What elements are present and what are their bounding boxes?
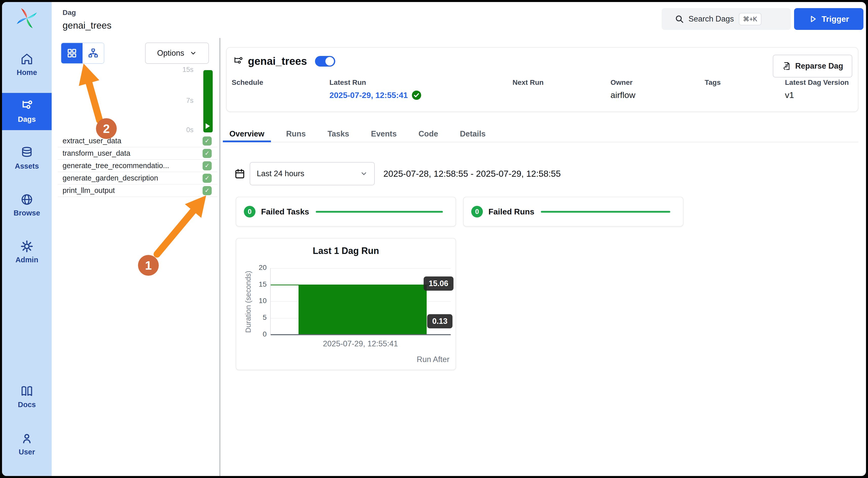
task-row[interactable]: print_llm_output ✓ — [58, 185, 217, 197]
graph-view-button[interactable] — [83, 43, 104, 63]
sidebar-item-label: Browse — [14, 209, 40, 217]
task-name: generate_tree_recommendatio... — [58, 162, 169, 170]
play-marker-icon — [206, 123, 210, 129]
sidebar-item-admin[interactable]: Admin — [2, 233, 52, 270]
sidebar-nav: Home Dags Assets Browse Admin — [2, 46, 52, 378]
task-success-check-icon[interactable]: ✓ — [203, 161, 212, 170]
tab-overview[interactable]: Overview — [223, 126, 271, 142]
sidebar-item-label: Assets — [15, 162, 39, 170]
grid-view-button[interactable] — [61, 43, 83, 63]
task-row[interactable]: extract_user_data ✓ — [58, 135, 217, 147]
play-icon — [808, 15, 817, 23]
field-label-owner: Owner — [611, 78, 632, 87]
task-success-check-icon[interactable]: ✓ — [203, 136, 212, 146]
chart-ytick: 15 — [250, 280, 267, 288]
annotation-badge-1 — [138, 255, 159, 276]
chart-plot-area: 15.06 0.13 — [270, 268, 451, 335]
chevron-down-icon — [190, 50, 197, 57]
chart-xtick: 2025-07-29, 12:55:41 — [270, 339, 451, 348]
breadcrumb: Dag — [63, 9, 76, 17]
reparse-label: Reparse Dag — [795, 62, 843, 71]
task-success-check-icon[interactable]: ✓ — [203, 149, 212, 158]
sidebar-item-user[interactable]: User — [2, 425, 52, 463]
field-label-schedule: Schedule — [232, 78, 263, 87]
failed-tasks-sparkline — [316, 211, 443, 213]
sidebar-item-docs[interactable]: Docs — [2, 378, 52, 415]
sidebar-item-label: Admin — [16, 256, 38, 264]
dag-pause-toggle[interactable] — [315, 56, 335, 67]
failed-tasks-count-badge: 0 — [244, 206, 255, 218]
task-name: generate_garden_description — [58, 174, 158, 182]
tab-details[interactable]: Details — [453, 126, 492, 142]
sidebar-item-label: User — [19, 448, 35, 456]
chart-ytick: 5 — [250, 313, 267, 322]
sidebar-item-label: Dags — [18, 115, 36, 124]
view-toggle — [61, 42, 104, 64]
chart-xaxis-title: Run After — [417, 355, 450, 364]
tab-code[interactable]: Code — [412, 126, 445, 142]
sidebar-item-dags[interactable]: Dags — [2, 93, 52, 130]
annotation-arrow-2: 2 — [79, 64, 117, 139]
calendar-icon — [234, 168, 245, 179]
panel-divider[interactable] — [220, 38, 220, 476]
owner-value: airflow — [611, 90, 635, 100]
dag-header-card: genai_trees Reparse Dag Schedule Latest … — [226, 47, 858, 112]
field-label-version: Latest Dag Version — [785, 78, 849, 87]
tab-tasks[interactable]: Tasks — [321, 126, 356, 142]
task-success-check-icon[interactable]: ✓ — [203, 174, 212, 183]
grid-icon — [67, 48, 77, 59]
task-success-check-icon[interactable]: ✓ — [203, 186, 212, 195]
dag-run-duration-bar[interactable] — [203, 70, 213, 132]
sidebar-item-browse[interactable]: Browse — [2, 187, 52, 224]
sidebar-item-label: Docs — [18, 401, 36, 409]
tab-runs[interactable]: Runs — [280, 126, 312, 142]
duration-tick: 0s — [177, 126, 193, 134]
chart-ytick: 10 — [250, 297, 267, 305]
queued-duration-label: 0.13 — [427, 314, 453, 328]
globe-icon — [21, 193, 33, 206]
trigger-button[interactable]: Trigger — [794, 8, 863, 30]
reparse-icon — [782, 62, 791, 71]
sidebar-item-assets[interactable]: Assets — [2, 140, 52, 177]
duration-tick: 15s — [177, 66, 193, 74]
database-icon — [21, 146, 33, 159]
dag-title-row: genai_trees — [233, 55, 335, 67]
task-row[interactable]: generate_garden_description ✓ — [58, 172, 217, 185]
failed-runs-card: 0 Failed Runs — [463, 197, 683, 227]
dag-run-duration-chart-card: Last 1 Dag Run Duration (seconds) 20 15 … — [236, 238, 456, 370]
task-row[interactable]: generate_tree_recommendatio... ✓ — [58, 160, 217, 172]
search-shortcut-badge: ⌘+K — [739, 13, 761, 25]
trigger-label: Trigger — [822, 14, 849, 24]
duration-tick: 7s — [177, 97, 193, 104]
time-range-select[interactable]: Last 24 hours — [250, 162, 375, 185]
latest-run-value: 2025-07-29, 12:55:41 — [330, 91, 408, 100]
dag-icon — [21, 99, 33, 112]
time-range-text: 2025-07-28, 12:58:55 - 2025-07-29, 12:58… — [383, 162, 561, 185]
task-name: print_llm_output — [58, 186, 115, 195]
options-button[interactable]: Options — [145, 42, 209, 64]
user-icon — [21, 432, 33, 445]
field-label-tags: Tags — [705, 78, 721, 87]
chart-title: Last 1 Dag Run — [236, 246, 456, 256]
search-icon — [675, 14, 684, 24]
search-input[interactable]: Search Dags ⌘+K — [662, 8, 791, 30]
reparse-dag-button[interactable]: Reparse Dag — [773, 55, 852, 77]
airflow-logo-icon[interactable] — [14, 5, 40, 31]
sidebar: Home Dags Assets Browse Admin — [2, 2, 52, 476]
gridline — [271, 268, 451, 268]
sidebar-item-home[interactable]: Home — [2, 46, 52, 83]
failed-runs-count-badge: 0 — [471, 206, 483, 218]
chart-baseline — [271, 334, 451, 335]
task-row[interactable]: transform_user_data ✓ — [58, 147, 217, 160]
run-duration-bar[interactable] — [299, 285, 427, 335]
sidebar-item-label: Home — [17, 68, 37, 77]
graph-icon — [88, 48, 98, 59]
latest-run-link[interactable]: 2025-07-29, 12:55:41 — [330, 90, 422, 100]
tab-events[interactable]: Events — [364, 126, 403, 142]
home-icon — [21, 53, 33, 65]
dag-name: genai_trees — [248, 55, 307, 67]
task-name: extract_user_data — [58, 137, 121, 145]
svg-text:1: 1 — [145, 259, 152, 272]
failed-runs-label: Failed Runs — [489, 207, 534, 217]
tab-bar: Overview Runs Tasks Events Code Details — [223, 126, 858, 142]
